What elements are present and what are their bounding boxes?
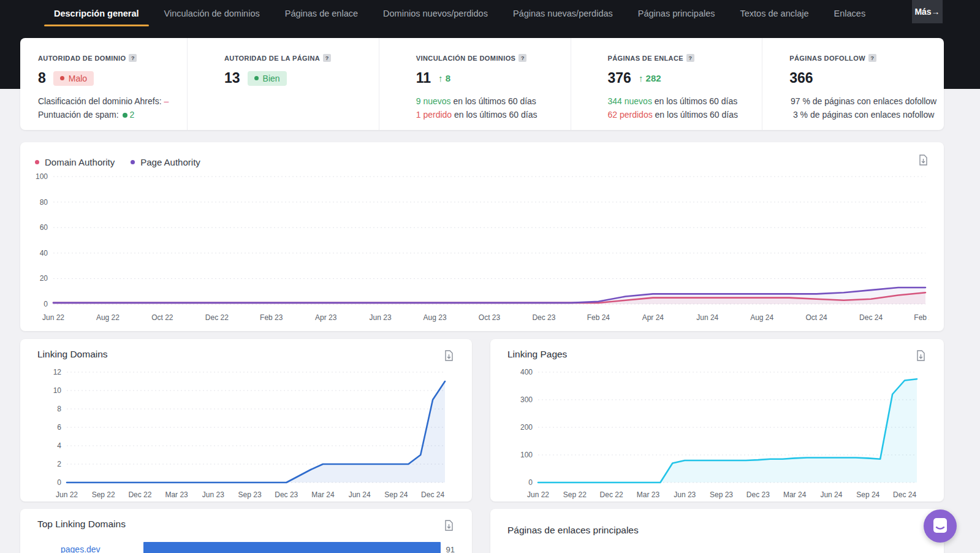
tab-enlaces[interactable]: Enlaces [824, 0, 876, 27]
legend-dot-icon [131, 160, 135, 164]
spam-score-value: 2 [130, 110, 135, 120]
svg-text:Dec 23: Dec 23 [275, 490, 298, 499]
stat-label: PÁGINAS DE ENLACE ? [608, 54, 756, 62]
svg-text:Dec 24: Dec 24 [893, 490, 916, 499]
svg-text:Jun 24: Jun 24 [696, 313, 718, 322]
svg-text:Mar 23: Mar 23 [637, 490, 660, 499]
help-icon[interactable]: ? [518, 54, 526, 62]
help-icon[interactable]: ? [686, 54, 694, 62]
stat-value: 366 [789, 70, 813, 86]
tab-label: Textos de anclaje [740, 9, 809, 18]
tab-label: Vinculación de dominios [164, 9, 260, 18]
chat-bubble-icon [931, 517, 949, 535]
card-title: Top Linking Domains [37, 519, 126, 530]
svg-text:Aug 22: Aug 22 [96, 313, 120, 322]
svg-text:Jun 23: Jun 23 [202, 490, 224, 499]
svg-text:Jun 24: Jun 24 [820, 490, 842, 499]
domain-link[interactable]: pages.dev [61, 544, 143, 553]
export-image-icon [444, 350, 454, 362]
svg-text:Dec 23: Dec 23 [746, 490, 770, 499]
svg-text:300: 300 [520, 395, 533, 404]
status-dot-icon [60, 76, 64, 80]
svg-text:Sep 24: Sep 24 [856, 490, 879, 499]
export-chart-button[interactable] [443, 519, 455, 535]
dofollow-percent-line: 97 % de páginas con enlaces dofollow [789, 95, 938, 109]
header-tabs: Descripción general Vinculación de domin… [0, 0, 892, 27]
spam-score-dot-icon [123, 113, 127, 118]
svg-text:Sep 24: Sep 24 [384, 490, 408, 499]
stat-delta: ↑ 282 [639, 73, 661, 83]
stat-label: VINCULACIÓN DE DOMINIOS ? [416, 54, 564, 62]
stat-label: PÁGINAS DOFOLLOW ? [789, 54, 938, 62]
stat-label-text: PÁGINAS DOFOLLOW [789, 55, 865, 62]
new-count-line: 9 nuevos en los últimos 60 días [416, 95, 564, 109]
export-chart-button[interactable] [917, 153, 929, 169]
stat-domain-authority: AUTORIDAD DE DOMINIO ? 8 Malo Clasificac… [20, 38, 187, 130]
authority-chart-card: Domain Authority Page Authority 02040608… [20, 142, 944, 331]
badge-label: Bien [263, 74, 280, 83]
card-title: Páginas de enlaces principales [507, 525, 927, 536]
svg-text:8: 8 [57, 405, 61, 413]
more-tabs-button[interactable]: Más→ [912, 0, 943, 23]
legend-page-authority[interactable]: Page Authority [131, 157, 200, 167]
svg-text:Jun 22: Jun 22 [56, 490, 78, 499]
tab-label: Páginas de enlace [285, 9, 358, 18]
stat-linking-pages: PÁGINAS DE ENLACE ? 376 ↑ 282 344 nuevos… [571, 38, 762, 130]
help-icon[interactable]: ? [868, 54, 876, 62]
stat-delta: ↑ 8 [438, 73, 450, 83]
stat-label-text: PÁGINAS DE ENLACE [608, 55, 684, 62]
tab-paginas-principales[interactable]: Páginas principales [628, 0, 725, 27]
help-icon[interactable]: ? [129, 54, 137, 62]
svg-text:Aug 23: Aug 23 [424, 313, 447, 322]
bar-track: 91 [143, 542, 455, 553]
svg-text:20: 20 [40, 274, 48, 283]
tab-paginas-nuevas-perdidas[interactable]: Páginas nuevas/perdidas [503, 0, 623, 27]
svg-text:6: 6 [57, 423, 61, 432]
svg-text:Apr 24: Apr 24 [642, 313, 664, 322]
card-title: Linking Pages [507, 349, 567, 360]
stat-page-authority: AUTORIDAD DE LA PÁGINA ? 13 Bien [187, 38, 379, 130]
ahrefs-rank-value: – [164, 96, 169, 106]
svg-text:80: 80 [40, 198, 48, 207]
tab-vinculacion-de-dominios[interactable]: Vinculación de dominios [154, 0, 270, 27]
svg-text:Jun 22: Jun 22 [42, 313, 64, 322]
svg-text:100: 100 [520, 451, 533, 459]
svg-text:Aug 24: Aug 24 [750, 313, 773, 322]
svg-text:Dec 22: Dec 22 [600, 490, 623, 499]
linking-domains-line-chart: 024681012Jun 22Sep 22Dec 22Mar 23Jun 23S… [37, 365, 455, 501]
help-icon[interactable]: ? [323, 54, 331, 62]
svg-text:Feb 24: Feb 24 [587, 313, 610, 322]
svg-text:Feb 23: Feb 23 [260, 313, 283, 322]
lost-count-line: 62 perdidos en los últimos 60 días [608, 109, 756, 122]
export-chart-button[interactable] [443, 349, 455, 365]
tab-textos-de-anclaje[interactable]: Textos de anclaje [731, 0, 819, 27]
svg-text:Jun 24: Jun 24 [349, 490, 371, 499]
tab-label: Páginas principales [638, 9, 715, 18]
stat-dofollow-pages: PÁGINAS DOFOLLOW ? 366 97 % de páginas c… [762, 38, 944, 130]
top-linking-pages-card: Páginas de enlaces principales [490, 509, 944, 553]
stat-label-text: AUTORIDAD DE LA PÁGINA [224, 55, 320, 62]
tab-paginas-de-enlace[interactable]: Páginas de enlace [275, 0, 368, 27]
legend-label: Domain Authority [45, 157, 115, 167]
stat-value: 11 [416, 70, 431, 86]
tab-label: Páginas nuevas/perdidas [513, 9, 613, 18]
chat-widget-button[interactable] [924, 509, 957, 543]
stat-value: 376 [608, 70, 631, 86]
authority-line-chart: 020406080100Jun 22Aug 22Oct 22Dec 22Feb … [35, 170, 929, 324]
status-dot-icon [254, 76, 259, 80]
linking-pages-line-chart: 0100200300400Jun 22Sep 22Dec 22Mar 23Jun… [507, 365, 927, 501]
legend-domain-authority[interactable]: Domain Authority [35, 157, 115, 167]
svg-text:Sep 22: Sep 22 [92, 490, 115, 499]
tab-dominios-nuevos-perdidos[interactable]: Dominios nuevos/perdidos [373, 0, 498, 27]
stat-linking-domains: VINCULACIÓN DE DOMINIOS ? 11 ↑ 8 9 nuevo… [379, 38, 571, 130]
export-image-icon [444, 520, 454, 532]
svg-text:Mar 24: Mar 24 [783, 490, 807, 499]
linking-pages-card: Linking Pages 0100200300400Jun 22Sep 22D… [490, 339, 944, 502]
export-chart-button[interactable] [915, 349, 927, 365]
bar-fill [143, 542, 441, 553]
svg-text:Dec 23: Dec 23 [532, 313, 555, 322]
card-title: Linking Domains [37, 349, 108, 360]
tab-descripcion-general[interactable]: Descripción general [44, 0, 149, 27]
stat-label: AUTORIDAD DE LA PÁGINA ? [224, 54, 373, 62]
main-content: AUTORIDAD DE DOMINIO ? 8 Malo Clasificac… [20, 38, 944, 553]
